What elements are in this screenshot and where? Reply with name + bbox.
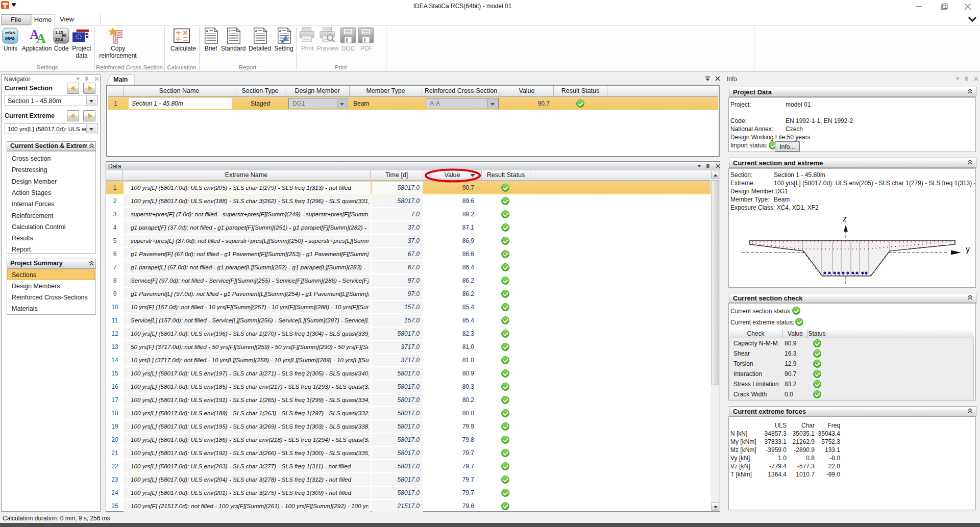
svg-text:m²kN: m²kN	[5, 31, 15, 35]
svg-text:MPa: MPa	[5, 36, 15, 41]
svg-text:a: a	[206, 28, 208, 33]
svg-text:a: a	[229, 28, 231, 33]
svg-text:25.8: 25.8	[55, 37, 63, 42]
svg-text:A: A	[36, 31, 46, 44]
svg-text:z: z	[843, 214, 847, 223]
svg-text:y: y	[966, 245, 970, 254]
svg-text:a: a	[279, 28, 281, 33]
svg-text:a: a	[255, 28, 257, 33]
